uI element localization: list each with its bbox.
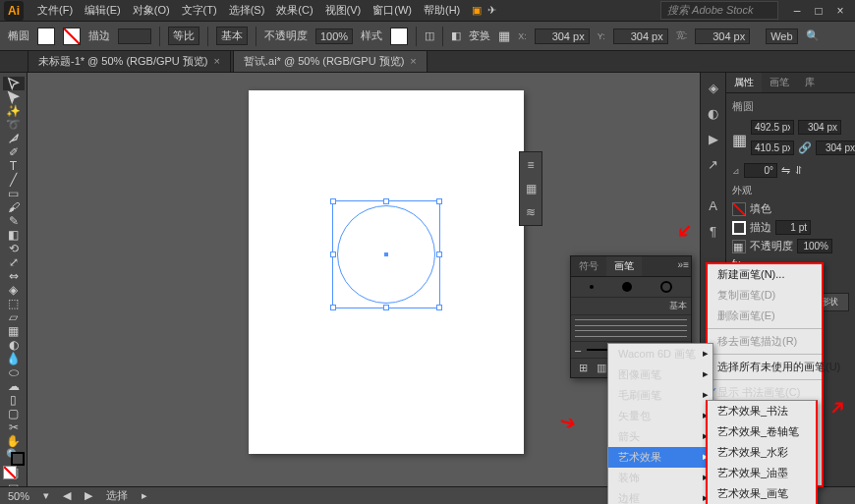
uniform-drop[interactable]: 等比	[168, 27, 200, 45]
tab-doc2[interactable]: 暂试.ai* @ 50% (RGB/GPU 预览)×	[233, 50, 428, 72]
swatches-icon[interactable]: ▦	[522, 180, 540, 197]
menu-edit[interactable]: 编辑(E)	[79, 3, 127, 18]
y-input[interactable]	[613, 28, 668, 44]
direct-select-tool[interactable]	[3, 90, 25, 104]
selection-tool[interactable]	[3, 77, 25, 90]
tab-libs[interactable]: 库	[797, 73, 823, 92]
handle[interactable]	[330, 252, 336, 257]
bridge-icon[interactable]: ▣	[472, 4, 482, 17]
cloud-icon[interactable]: ✈	[487, 4, 496, 17]
mesh-tool[interactable]: ▦	[3, 324, 25, 338]
line-tool[interactable]: ╱	[3, 173, 25, 187]
handle[interactable]	[330, 198, 336, 204]
panel-menu-icon[interactable]: »≡	[678, 259, 689, 270]
w-field[interactable]	[751, 140, 794, 155]
stroke-swatch-sm[interactable]	[732, 221, 746, 235]
gradient-tool[interactable]: ◐	[3, 338, 25, 352]
selected-ellipse[interactable]	[332, 200, 440, 308]
style-swatch[interactable]	[390, 28, 408, 45]
brush-row-art[interactable]	[571, 315, 691, 341]
mi-new-brush[interactable]: 新建画笔(N)...	[708, 264, 822, 285]
menu-help[interactable]: 帮助(H)	[418, 3, 466, 18]
basic-drop[interactable]: 基本	[216, 27, 248, 45]
perspective-tool[interactable]: ▱	[3, 310, 25, 324]
flip-h-icon[interactable]: ⇋	[781, 164, 790, 177]
mi-art-scroll[interactable]: 艺术效果_卷轴笔	[708, 421, 816, 442]
fill-box[interactable]	[3, 466, 17, 479]
x-input[interactable]	[535, 28, 590, 44]
nav-next-icon[interactable]: ▶	[85, 489, 92, 502]
shape-builder-tool[interactable]: ⬚	[3, 297, 25, 310]
hand-tool[interactable]: ✋	[3, 434, 25, 448]
stroke-box[interactable]	[11, 452, 25, 466]
mi-art-calligraphic[interactable]: 艺术效果_书法	[708, 401, 816, 421]
type-icon[interactable]: A	[705, 196, 722, 214]
artboard-tool[interactable]: ▢	[3, 407, 25, 420]
y-field[interactable]	[798, 120, 841, 135]
lasso-tool[interactable]: ➰	[3, 118, 25, 132]
pen-tool[interactable]	[3, 132, 25, 145]
type-tool[interactable]: T	[3, 159, 25, 173]
stroke-w-field[interactable]	[775, 220, 811, 235]
x-field[interactable]	[751, 120, 794, 135]
workspace-drop[interactable]: Web	[766, 28, 797, 44]
magic-wand-tool[interactable]: ✨	[3, 104, 25, 118]
menu-view[interactable]: 视图(V)	[319, 3, 368, 18]
handle[interactable]	[436, 252, 442, 257]
play-icon[interactable]: ▶	[705, 130, 722, 147]
eraser-tool[interactable]: ◧	[3, 228, 25, 242]
menu-select[interactable]: 选择(S)	[223, 3, 271, 18]
mi-decor[interactable]: 装饰▸	[608, 468, 712, 488]
tab-brushes[interactable]: 画笔	[606, 256, 642, 276]
mi-image[interactable]: 图像画笔▸	[608, 364, 712, 385]
tab-doc1[interactable]: 未标题-1* @ 50% (RGB/GPU 预览)×	[28, 50, 231, 72]
eyedropper-tool[interactable]: 💧	[3, 352, 25, 365]
mi-arrows[interactable]: 箭头▸	[608, 426, 712, 447]
nav-prev-icon[interactable]: ◀	[63, 489, 71, 502]
color-icon[interactable]: ◐	[705, 104, 722, 122]
brush-tool[interactable]: 🖌	[3, 200, 25, 214]
handle[interactable]	[383, 305, 389, 310]
rotate-field[interactable]	[744, 163, 777, 178]
close-icon[interactable]: ×	[410, 55, 416, 67]
status-chevron-icon[interactable]: ▸	[142, 489, 147, 502]
rect-tool[interactable]: ▭	[3, 187, 25, 200]
libraries-icon[interactable]: ▥	[597, 362, 606, 374]
mi-select-unused[interactable]: 选择所有未使用的画笔(U)	[708, 357, 822, 377]
symbol-tool[interactable]: ☁	[3, 379, 25, 393]
window-max[interactable]: □	[808, 4, 829, 18]
menu-file[interactable]: 文件(F)	[31, 3, 79, 18]
stroke-swatch[interactable]	[63, 28, 81, 45]
anchor-widget[interactable]: ▦	[732, 131, 747, 149]
handle[interactable]	[330, 305, 336, 310]
stroke-weight[interactable]	[118, 28, 151, 44]
tab-artboard[interactable]: 画笔	[762, 73, 797, 92]
mi-art-ink[interactable]: 艺术效果_油墨	[708, 463, 816, 483]
scale-tool[interactable]: ⤢	[3, 255, 25, 269]
menu-type[interactable]: 文字(T)	[176, 3, 223, 18]
window-min[interactable]: –	[786, 4, 808, 18]
mi-art-watercolor[interactable]: 艺术效果_水彩	[708, 442, 816, 463]
mi-wacom[interactable]: Wacom 6D 画笔▸	[608, 344, 712, 364]
brushes-icon[interactable]: ≋	[522, 203, 540, 221]
search-stock[interactable]: 搜索 Adobe Stock	[660, 1, 778, 20]
fill-swatch-sm[interactable]	[732, 202, 746, 216]
handle[interactable]	[436, 198, 442, 204]
chain-icon[interactable]: 🔗	[798, 141, 812, 154]
menu-effect[interactable]: 效果(C)	[270, 3, 318, 18]
fill-swatch[interactable]	[37, 28, 55, 45]
h-field[interactable]	[816, 140, 855, 155]
close-icon[interactable]: ×	[214, 55, 220, 67]
search-icon[interactable]: 🔍	[806, 29, 820, 42]
anchor-icon[interactable]: ▦	[498, 28, 510, 43]
tab-properties[interactable]: 属性	[726, 73, 762, 92]
width-tool[interactable]: ⇔	[3, 269, 25, 283]
handle[interactable]	[383, 198, 389, 204]
mi-art-paintbrush[interactable]: 艺术效果_画笔	[708, 483, 816, 504]
opacity-drop[interactable]: 100%	[315, 28, 353, 44]
menu-object[interactable]: 对象(O)	[127, 3, 176, 18]
opacity-swatch[interactable]: ▦	[732, 240, 746, 253]
zoom-level[interactable]: 50%	[8, 490, 29, 502]
graph-tool[interactable]: ▯	[3, 393, 25, 407]
free-transform-tool[interactable]: ◈	[3, 283, 25, 297]
